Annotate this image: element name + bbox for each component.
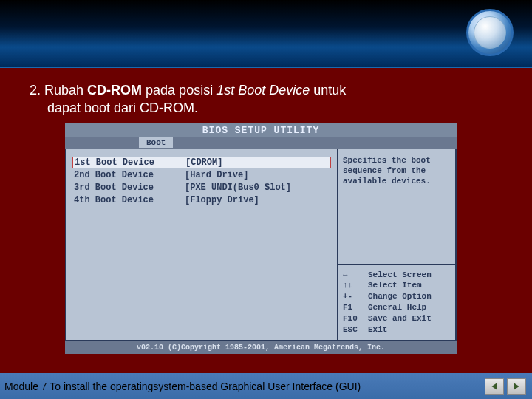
- bios-body: 1st Boot Device [CDROM] 2nd Boot Device …: [65, 149, 457, 341]
- bios-copyright: v02.10 (C)Copyright 1985-2001, American …: [65, 341, 457, 354]
- arrow-right-icon: [512, 382, 521, 391]
- key-row: +-Change Option: [343, 291, 451, 302]
- logo-badge: [466, 9, 514, 56]
- boot-device-3: 3rd Boot Device [PXE UNDI(Bus0 Slot]: [72, 182, 331, 194]
- arrow-left-icon: [490, 382, 499, 391]
- bios-screenshot: BIOS SETUP UTILITY Boot 1st Boot Device …: [65, 123, 457, 354]
- bios-tab-boot: Boot: [139, 137, 173, 148]
- bold-cdrom: CD-ROM: [87, 83, 142, 98]
- prev-button[interactable]: [485, 378, 504, 395]
- instruction-text: 2. Rubah CD-ROM pada posisi 1st Boot Dev…: [30, 81, 502, 117]
- step-number: 2.: [30, 83, 41, 98]
- svg-marker-1: [514, 383, 519, 390]
- logo-inner: [474, 16, 506, 49]
- bios-device-list: 1st Boot Device [CDROM] 2nd Boot Device …: [66, 149, 338, 340]
- bios-key-legend: ↔Select Screen ↑↓Select Item +-Change Op…: [338, 264, 455, 340]
- key-row: ESCExit: [343, 324, 451, 335]
- bios-right-panel: Specifies the boot sequence from the ava…: [338, 149, 455, 340]
- slide-footer: Module 7 To install the operatingsystem-…: [0, 373, 532, 399]
- next-button[interactable]: [507, 378, 526, 395]
- boot-device-2: 2nd Boot Device [Hard Drive]: [72, 169, 331, 181]
- bios-tab-bar: Boot: [65, 137, 457, 149]
- key-row: F10Save and Exit: [343, 313, 451, 324]
- instruction-line2: dapat boot dari CD-ROM.: [30, 99, 502, 117]
- svg-marker-0: [491, 383, 497, 390]
- key-row: ↑↓Select Item: [343, 280, 451, 291]
- slide-body: 2. Rubah CD-ROM pada posisi 1st Boot Dev…: [0, 68, 532, 373]
- slide-header: [0, 0, 532, 68]
- key-row: ↔Select Screen: [343, 270, 451, 281]
- bios-title: BIOS SETUP UTILITY: [65, 123, 457, 137]
- bios-help-text: Specifies the boot sequence from the ava…: [338, 149, 455, 264]
- nav-controls: [485, 378, 526, 395]
- italic-bootdevice: 1st Boot Device: [216, 83, 310, 98]
- boot-device-4: 4th Boot Device [Floppy Drive]: [72, 194, 331, 206]
- key-row: F1General Help: [343, 302, 451, 313]
- boot-device-1: 1st Boot Device [CDROM]: [72, 157, 331, 168]
- module-label: Module 7 To install the operatingsystem-…: [4, 381, 361, 392]
